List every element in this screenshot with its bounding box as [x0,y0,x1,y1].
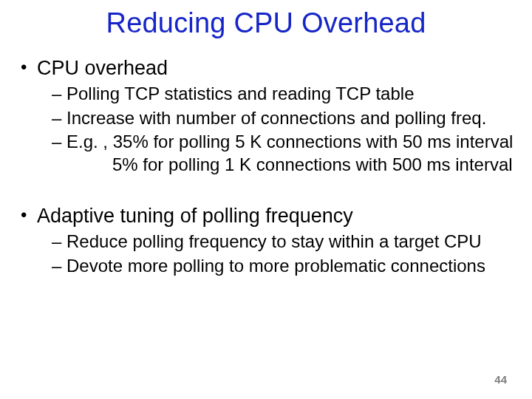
bullet-list: Adaptive tuning of polling frequency Red… [18,205,514,277]
sub-item: Increase with number of connections and … [52,107,514,130]
sub-list: Polling TCP statistics and reading TCP t… [37,83,514,177]
slide-body: CPU overhead Polling TCP statistics and … [0,57,532,277]
sub-item: E.g. , 35% for polling 5 K connections w… [52,131,514,176]
sub-item: Devote more polling to more problematic … [52,255,514,278]
bullet-text: Adaptive tuning of polling frequency [37,205,353,227]
slide: Reducing CPU Overhead CPU overhead Polli… [0,0,532,399]
bullet-list: CPU overhead Polling TCP statistics and … [18,57,514,177]
bullet-cpu-overhead: CPU overhead Polling TCP statistics and … [18,57,514,177]
sub-item-text: E.g. , 35% for polling 5 K connections w… [66,132,513,151]
sub-item: Reduce polling frequency to stay within … [52,231,514,253]
page-number: 44 [494,373,507,386]
sub-item-continuation: 5% for polling 1 K connections with 500 … [66,154,514,177]
spacer [18,180,514,205]
sub-item: Polling TCP statistics and reading TCP t… [52,83,514,106]
slide-title: Reducing CPU Overhead [0,0,532,39]
bullet-adaptive-tuning: Adaptive tuning of polling frequency Red… [18,205,514,277]
sub-list: Reduce polling frequency to stay within … [37,231,514,277]
bullet-text: CPU overhead [37,57,168,79]
